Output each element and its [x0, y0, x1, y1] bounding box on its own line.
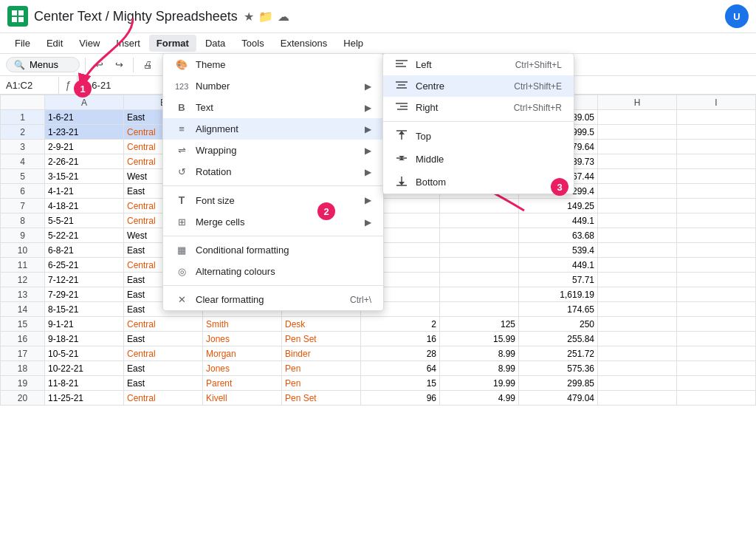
cell-f19[interactable]: 19.99: [440, 376, 519, 391]
clear-option[interactable]: ✕ Clear formatting Ctrl+\: [163, 289, 383, 310]
alternating-option[interactable]: ◎ Alternating colours: [163, 261, 383, 282]
merge-option[interactable]: ⊞ Merge cells ▶: [163, 211, 383, 233]
cell-i13[interactable]: [677, 287, 756, 302]
cell-h16[interactable]: [598, 332, 677, 346]
cell-f11[interactable]: [440, 258, 519, 273]
cell-i17[interactable]: [677, 346, 756, 361]
redo-button[interactable]: ↪: [111, 57, 128, 72]
cell-h18[interactable]: [598, 361, 677, 376]
cell-g9[interactable]: 63.68: [519, 228, 598, 243]
cell-a7[interactable]: 4-18-21: [45, 199, 124, 213]
cell-g8[interactable]: 449.1: [519, 213, 598, 228]
cell-h7[interactable]: [598, 199, 677, 213]
app-icon[interactable]: [7, 6, 28, 27]
cell-a4[interactable]: 2-26-21: [45, 154, 124, 169]
cell-e20[interactable]: 96: [361, 391, 440, 406]
cell-h17[interactable]: [598, 346, 677, 361]
cell-reference[interactable]: A1:C2: [0, 77, 59, 94]
col-a[interactable]: A: [45, 95, 124, 110]
cell-f15[interactable]: 125: [440, 317, 519, 332]
cell-i1[interactable]: [677, 110, 756, 125]
cell-h13[interactable]: [598, 287, 677, 302]
cell-b19[interactable]: East: [124, 376, 203, 391]
cell-g10[interactable]: 539.4: [519, 243, 598, 258]
print-button[interactable]: 🖨: [139, 57, 157, 72]
cell-i12[interactable]: [677, 273, 756, 287]
cell-i7[interactable]: [677, 199, 756, 213]
cell-g20[interactable]: 479.04: [519, 391, 598, 406]
cell-a12[interactable]: 7-12-21: [45, 273, 124, 287]
cell-a14[interactable]: 8-15-21: [45, 302, 124, 317]
cell-f8[interactable]: [440, 213, 519, 228]
cell-b17[interactable]: Central: [124, 346, 203, 361]
theme-option[interactable]: 🎨 Theme: [163, 54, 383, 75]
left-align-option[interactable]: Left Ctrl+Shift+L: [383, 54, 574, 75]
cell-h10[interactable]: [598, 243, 677, 258]
cell-i8[interactable]: [677, 213, 756, 228]
number-option[interactable]: 123 Number ▶: [163, 75, 383, 97]
cell-a17[interactable]: 10-5-21: [45, 346, 124, 361]
menu-view[interactable]: View: [72, 35, 107, 52]
cell-i2[interactable]: [677, 125, 756, 140]
folder-icon[interactable]: 📁: [258, 10, 273, 24]
cell-d20[interactable]: Pen Set: [282, 391, 361, 406]
middle-align-option[interactable]: Middle: [383, 148, 574, 171]
cell-h14[interactable]: [598, 302, 677, 317]
cell-d19[interactable]: Pen: [282, 376, 361, 391]
fontsize-option[interactable]: T Font size ▶: [163, 189, 383, 211]
cell-e15[interactable]: 2: [361, 317, 440, 332]
cell-h6[interactable]: [598, 184, 677, 199]
bottom-align-option[interactable]: Bottom: [383, 171, 574, 194]
cell-h5[interactable]: [598, 169, 677, 184]
cell-h3[interactable]: [598, 140, 677, 154]
menu-edit[interactable]: Edit: [39, 35, 70, 52]
cell-d17[interactable]: Binder: [282, 346, 361, 361]
undo-button[interactable]: ↩: [91, 57, 108, 72]
cell-i5[interactable]: [677, 169, 756, 184]
wrapping-option[interactable]: ⇌ Wrapping ▶: [163, 140, 383, 161]
cell-g18[interactable]: 575.36: [519, 361, 598, 376]
cell-e17[interactable]: 28: [361, 346, 440, 361]
cell-h8[interactable]: [598, 213, 677, 228]
cell-i9[interactable]: [677, 228, 756, 243]
cell-a6[interactable]: 4-1-21: [45, 184, 124, 199]
cell-g17[interactable]: 251.72: [519, 346, 598, 361]
menu-format[interactable]: Format: [149, 35, 196, 52]
cell-b15[interactable]: Central: [124, 317, 203, 332]
cell-i20[interactable]: [677, 391, 756, 406]
cell-i14[interactable]: [677, 302, 756, 317]
cell-i18[interactable]: [677, 361, 756, 376]
cell-b20[interactable]: Central: [124, 391, 203, 406]
cell-b16[interactable]: East: [124, 332, 203, 346]
cell-d18[interactable]: Pen: [282, 361, 361, 376]
cell-h11[interactable]: [598, 258, 677, 273]
cell-d16[interactable]: Pen Set: [282, 332, 361, 346]
cloud-icon[interactable]: ☁: [278, 10, 289, 24]
cell-h12[interactable]: [598, 273, 677, 287]
menu-data[interactable]: Data: [198, 35, 233, 52]
rotation-option[interactable]: ↺ Rotation ▶: [163, 161, 383, 182]
cell-i19[interactable]: [677, 376, 756, 391]
cell-g19[interactable]: 299.85: [519, 376, 598, 391]
cell-a15[interactable]: 9-1-21: [45, 317, 124, 332]
cell-h19[interactable]: [598, 376, 677, 391]
star-icon[interactable]: ★: [244, 10, 254, 24]
cell-a20[interactable]: 11-25-21: [45, 391, 124, 406]
alignment-option[interactable]: ≡ Alignment ▶: [163, 118, 383, 140]
cell-h2[interactable]: [598, 125, 677, 140]
cell-g7[interactable]: 149.25: [519, 199, 598, 213]
cell-a3[interactable]: 2-9-21: [45, 140, 124, 154]
cell-e16[interactable]: 16: [361, 332, 440, 346]
cell-a16[interactable]: 9-18-21: [45, 332, 124, 346]
cell-a10[interactable]: 6-8-21: [45, 243, 124, 258]
cell-a13[interactable]: 7-29-21: [45, 287, 124, 302]
cell-a1[interactable]: 1-6-21: [45, 110, 124, 125]
cell-c20[interactable]: Kivell: [203, 391, 282, 406]
cell-i3[interactable]: [677, 140, 756, 154]
menu-insert[interactable]: Insert: [109, 35, 148, 52]
cell-g11[interactable]: 449.1: [519, 258, 598, 273]
cell-f12[interactable]: [440, 273, 519, 287]
cell-g15[interactable]: 250: [519, 317, 598, 332]
col-i[interactable]: I: [677, 95, 756, 110]
cell-h20[interactable]: [598, 391, 677, 406]
